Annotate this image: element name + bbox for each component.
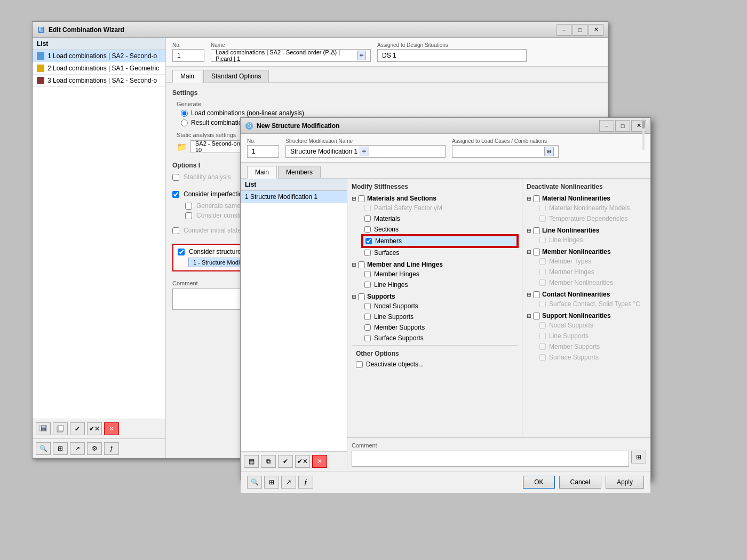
struct-comment-input[interactable] (352, 451, 629, 467)
struct-search-btn[interactable]: 🔍 (247, 476, 262, 489)
struct-checkx-button[interactable]: ✔✕ (295, 455, 310, 468)
list-item[interactable]: 2 Load combinations | SA1 - Geometric (33, 62, 165, 75)
surface-supports-checkbox[interactable] (364, 335, 371, 341)
mat-nonlin-collapse[interactable]: ⊟ (527, 196, 531, 202)
line-nonlin-checkbox[interactable] (533, 227, 540, 234)
struct-arrow-btn[interactable]: ↗ (281, 476, 296, 489)
nodal-supports-nonlin-checkbox[interactable] (539, 322, 546, 329)
hinges-header: ⊟ Member and Line Hinges (352, 260, 518, 269)
struct-dup-button[interactable]: ⧉ (261, 455, 276, 468)
surfaces-label: Surfaces (374, 249, 399, 257)
struct-assign-edit-button[interactable]: ⊞ (544, 147, 554, 156)
svg-text:E: E (39, 26, 43, 33)
partial-safety-checkbox[interactable] (364, 205, 371, 211)
member-supports-label: Member Supports (374, 324, 425, 331)
structure-mod-checkbox[interactable] (178, 249, 185, 255)
struct-edit-button[interactable]: ✏ (360, 147, 369, 156)
struct-func-btn[interactable]: ƒ (298, 476, 313, 489)
support-nonlin-collapse[interactable]: ⊟ (527, 313, 531, 319)
nodal-supports-checkbox[interactable] (364, 303, 371, 309)
member-hinges-checkbox[interactable] (364, 271, 371, 277)
contact-nonlin-checkbox[interactable] (533, 291, 540, 298)
line-supports-nonlin-checkbox[interactable] (539, 333, 546, 339)
supports-collapse-icon[interactable]: ⊟ (352, 294, 356, 300)
surface-supports-nonlin-checkbox[interactable] (539, 354, 546, 361)
surface-supports-nonlin-child: Surface Supports (537, 353, 646, 362)
func-button[interactable]: ƒ (104, 442, 119, 455)
initial-checkbox[interactable] (172, 227, 179, 234)
hinges-collapse-icon[interactable]: ⊟ (352, 262, 356, 268)
mat-nonlin-models-checkbox[interactable] (539, 205, 546, 211)
member-supports-nonlin-checkbox[interactable] (539, 343, 546, 350)
struct-list-item[interactable]: 1 Structure Modification 1 (241, 191, 347, 203)
imperfection-checkbox[interactable] (172, 191, 179, 198)
line-hinges-nonlin-checkbox[interactable] (539, 237, 546, 243)
struct-tab-members[interactable]: Members (278, 166, 321, 178)
construction-checkbox[interactable] (185, 212, 192, 219)
materials-checkbox[interactable] (364, 215, 371, 222)
supports-checkbox[interactable] (358, 293, 365, 300)
struct-grid-btn[interactable]: ⊞ (264, 476, 279, 489)
tab-standard-options[interactable]: Standard Options (203, 70, 269, 82)
ok-button[interactable]: OK (523, 476, 554, 489)
assigned-value: DS 1 (377, 49, 527, 62)
line-hinges-checkbox[interactable] (364, 282, 371, 288)
line-nonlin-collapse[interactable]: ⊟ (527, 228, 531, 234)
duplicate-button[interactable] (53, 422, 68, 435)
struct-check-button[interactable]: ✔ (278, 455, 293, 468)
struct-delete-button[interactable]: ✕ (312, 455, 327, 468)
check-button[interactable]: ✔ (70, 422, 85, 435)
tab-main[interactable]: Main (172, 70, 202, 83)
search-button[interactable]: 🔍 (36, 442, 51, 455)
deactivate-checkbox[interactable] (356, 361, 363, 368)
material-nonlin-group: ⊟ Material Nonlinearities Material Nonli… (527, 194, 646, 223)
check-x-button[interactable]: ✔✕ (87, 422, 102, 435)
edit-name-button[interactable]: ✏ (357, 51, 366, 60)
delete-button[interactable]: ✕ (104, 422, 119, 435)
support-nonlin-checkbox[interactable] (533, 313, 540, 319)
collapse-icon[interactable]: ⊟ (352, 196, 356, 202)
list-item[interactable]: 1 Load combinations | SA2 - Second-o (33, 50, 165, 62)
member-types-checkbox[interactable] (539, 258, 546, 265)
temp-dep-checkbox[interactable] (539, 215, 546, 222)
member-nonlin-checkbox[interactable] (533, 249, 540, 255)
arrow-button[interactable]: ↗ (70, 442, 85, 455)
hinges-label: Member and Line Hinges (367, 261, 443, 268)
surfaces-checkbox[interactable] (364, 250, 371, 256)
member-nonlin-items-checkbox[interactable] (539, 279, 546, 286)
member-hinges-nonlin-checkbox[interactable] (539, 269, 546, 275)
struct-minimize-button[interactable]: − (599, 120, 614, 132)
mat-sections-checkbox[interactable] (358, 195, 365, 202)
stability-checkbox[interactable] (172, 174, 179, 181)
surface-contact-checkbox[interactable] (539, 301, 546, 307)
minimize-button[interactable]: − (557, 24, 571, 36)
struct-add-button[interactable]: ▤ (244, 455, 259, 468)
radio-load-combinations[interactable]: Load combinations (non-linear analysis) (181, 109, 601, 117)
struct-maximize-button[interactable]: □ (615, 120, 630, 132)
grid-button[interactable]: ⊞ (53, 442, 68, 455)
settings-button[interactable]: ⚙ (87, 442, 102, 455)
contact-nonlin-collapse[interactable]: ⊟ (527, 292, 531, 298)
mat-sections-label: Materials and Sections (367, 195, 436, 202)
assigned-group: Assigned to Design Situations DS 1 (377, 42, 527, 62)
other-options: Other Options Deactivate objects... (352, 345, 518, 374)
struct-comment-btn[interactable]: ⊞ (631, 451, 646, 463)
member-supports-checkbox[interactable] (364, 324, 371, 331)
members-checkbox[interactable] (365, 238, 372, 244)
hinges-checkbox[interactable] (358, 261, 365, 268)
add-button[interactable]: ▤ (36, 422, 51, 435)
generate-same-checkbox[interactable] (185, 203, 192, 210)
sections-checkbox[interactable] (364, 226, 371, 233)
line-supports-checkbox[interactable] (364, 314, 371, 320)
member-nonlin-collapse[interactable]: ⊟ (527, 249, 531, 255)
apply-button[interactable]: Apply (606, 476, 644, 489)
maximize-button[interactable]: □ (573, 24, 587, 36)
supports-group: ⊟ Supports Nodal Supports Line Sup (352, 292, 518, 343)
close-button[interactable]: ✕ (589, 24, 603, 36)
nodal-supports-label: Nodal Supports (374, 302, 418, 310)
mat-nonlin-checkbox[interactable] (533, 195, 540, 202)
struct-tab-main[interactable]: Main (247, 166, 277, 179)
list-item[interactable]: 3 Load combinations | SA2 - Second-o (33, 75, 165, 87)
cancel-button[interactable]: Cancel (559, 476, 601, 489)
hinges-children: Member Hinges Line Hinges (362, 269, 518, 290)
